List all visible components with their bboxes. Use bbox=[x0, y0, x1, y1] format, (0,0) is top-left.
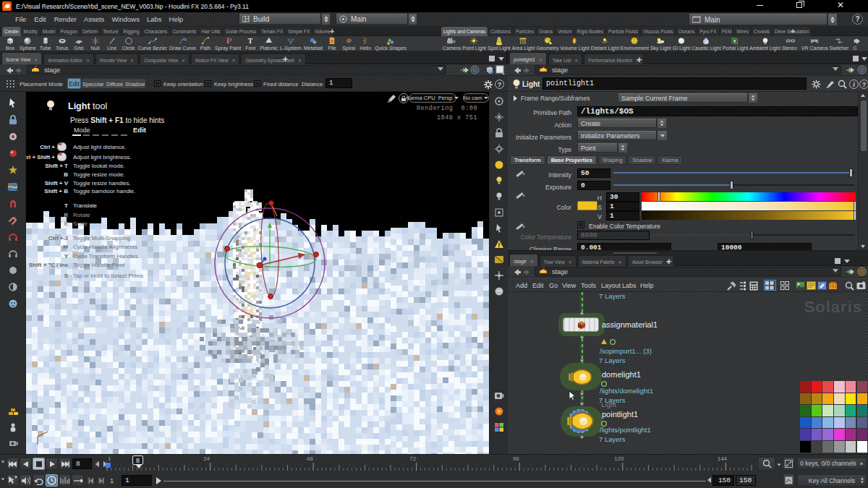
svg-text:1: 1 bbox=[108, 455, 111, 462]
svg-text:24: 24 bbox=[203, 455, 210, 462]
svg-text:48: 48 bbox=[307, 455, 313, 462]
svg-text:120: 120 bbox=[614, 455, 624, 462]
svg-text:T: T bbox=[248, 37, 253, 45]
svg-text:72: 72 bbox=[409, 455, 416, 462]
svg-text:96: 96 bbox=[513, 455, 519, 462]
svg-text:144: 144 bbox=[718, 455, 728, 462]
